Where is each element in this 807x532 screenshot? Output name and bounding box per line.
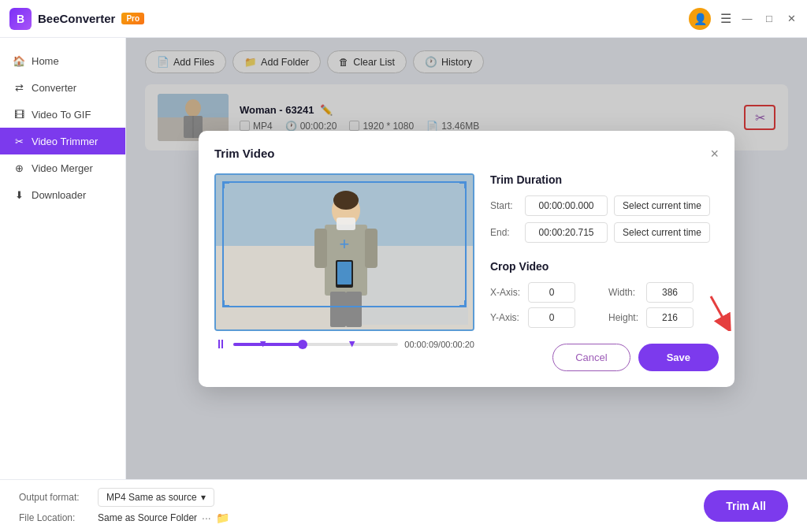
pro-badge: Pro [121, 13, 144, 24]
format-select[interactable]: MP4 Same as source ▾ [98, 488, 214, 507]
trimmer-icon: ✂ [13, 135, 25, 147]
modal-body: + ⏸ 00:00:09/00:00: [214, 173, 719, 371]
converter-icon: ⇄ [13, 81, 25, 94]
sidebar-label-trimmer: Video Trimmer [32, 136, 98, 147]
arrow-svg [705, 293, 733, 331]
trim-all-button[interactable]: Trim All [704, 490, 788, 522]
titlebar-left: B BeeConverter Pro [9, 8, 144, 30]
sidebar-item-converter[interactable]: ⇄ Converter [0, 74, 125, 101]
progress-bar[interactable] [233, 343, 398, 346]
progress-thumb [298, 340, 307, 349]
sidebar-label-home: Home [32, 55, 59, 67]
location-text: Same as Source Folder [98, 512, 197, 523]
video-preview-panel: + ⏸ 00:00:09/00:00: [214, 173, 474, 371]
modal-title: Trim Video [214, 147, 274, 160]
app-name: BeeConverter [38, 12, 115, 25]
save-button[interactable]: Save [638, 344, 719, 371]
sidebar: 🏠 Home ⇄ Converter 🎞 Video To GIF ✂ Vide… [0, 38, 126, 479]
sidebar-label-converter: Converter [32, 82, 76, 94]
end-label: End: [490, 227, 519, 238]
sidebar-item-downloader[interactable]: ⬇ Downloader [0, 181, 125, 208]
bottom-left: Output format: MP4 Same as source ▾ File… [19, 488, 229, 524]
svg-line-20 [711, 296, 727, 325]
start-select-time-button[interactable]: Select current time [614, 195, 710, 216]
crop-overlay: + [222, 181, 467, 307]
modal-buttons: Cancel Save [490, 344, 719, 371]
bottom-bar: Output format: MP4 Same as source ▾ File… [0, 479, 807, 532]
app-logo: B [9, 8, 32, 30]
sidebar-label-gif: Video To GIF [32, 109, 91, 121]
start-time-input[interactable] [525, 195, 608, 216]
sidebar-label-merger: Video Merger [32, 162, 93, 174]
chevron-down-icon: ▾ [201, 492, 206, 503]
video-controls: ⏸ 00:00:09/00:00:20 [214, 337, 474, 352]
crop-corner-bl [223, 300, 229, 307]
sidebar-item-video-to-gif[interactable]: 🎞 Video To GIF [0, 101, 125, 128]
modal-header: Trim Video × [214, 147, 719, 161]
crop-corner-tr [459, 182, 466, 188]
trim-duration-title: Trim Duration [490, 173, 719, 186]
start-time-row: Start: Select current time [490, 195, 719, 216]
modal-overlay: Trim Video × [126, 38, 807, 479]
downloader-icon: ⬇ [13, 188, 25, 201]
crop-section: Crop Video X-Axis: Width: Y-Axis: Heigh [490, 260, 719, 328]
y-axis-label: Y-Axis: [490, 312, 520, 323]
minimize-button[interactable]: — [741, 13, 753, 25]
file-location-label: File Location: [19, 512, 90, 523]
trim-modal: Trim Video × [199, 131, 734, 387]
trim-marker-right[interactable] [349, 341, 355, 348]
pause-button[interactable]: ⏸ [214, 337, 227, 352]
titlebar-right: 👤 ☰ — □ ✕ [689, 8, 798, 30]
end-time-row: End: Select current time [490, 222, 719, 243]
merger-icon: ⊕ [13, 162, 25, 174]
end-select-time-button[interactable]: Select current time [614, 222, 710, 243]
titlebar: B BeeConverter Pro 👤 ☰ — □ ✕ [0, 0, 807, 38]
sidebar-label-downloader: Downloader [32, 189, 86, 201]
sidebar-item-home[interactable]: 🏠 Home [0, 47, 125, 74]
output-format-row: Output format: MP4 Same as source ▾ [19, 488, 229, 507]
crop-fields-container: X-Axis: Width: Y-Axis: Height: [490, 282, 719, 328]
crop-corner-br [459, 300, 466, 307]
format-value: MP4 Same as source [106, 492, 197, 503]
sidebar-item-video-merger[interactable]: ⊕ Video Merger [0, 154, 125, 181]
progress-fill [233, 343, 303, 346]
x-axis-label: X-Axis: [490, 287, 520, 298]
width-input[interactable] [646, 282, 694, 303]
home-icon: 🏠 [13, 54, 25, 67]
main-layout: 🏠 Home ⇄ Converter 🎞 Video To GIF ✂ Vide… [0, 38, 807, 479]
video-frame: + [214, 173, 474, 331]
red-arrow-annotation [705, 293, 733, 334]
location-value: Same as Source Folder ··· 📁 [98, 512, 229, 524]
x-axis-input[interactable] [528, 282, 575, 303]
y-axis-input[interactable] [528, 307, 575, 328]
crop-video-title: Crop Video [490, 260, 719, 273]
maximize-button[interactable]: □ [763, 13, 775, 25]
more-options-button[interactable]: ··· [202, 512, 211, 524]
trim-panel: Trim Duration Start: Select current time… [490, 173, 719, 371]
modal-close-button[interactable]: × [710, 147, 719, 161]
end-time-input[interactable] [525, 222, 608, 243]
close-button[interactable]: ✕ [785, 13, 798, 25]
start-label: Start: [490, 200, 519, 211]
file-location-row: File Location: Same as Source Folder ···… [19, 512, 229, 524]
height-label: Height: [608, 312, 638, 323]
user-avatar[interactable]: 👤 [689, 8, 711, 30]
menu-icon[interactable]: ☰ [720, 11, 731, 26]
crosshair-icon: + [340, 234, 350, 255]
width-label: Width: [608, 287, 638, 298]
browse-folder-button[interactable]: 📁 [216, 512, 229, 524]
sidebar-item-video-trimmer[interactable]: ✂ Video Trimmer [0, 128, 125, 154]
height-input[interactable] [646, 307, 694, 328]
content-area: 📄 Add Files 📁 Add Folder 🗑 Clear List 🕐 … [126, 38, 807, 479]
crop-corner-tl [223, 182, 229, 188]
output-format-label: Output format: [19, 492, 90, 503]
gif-icon: 🎞 [13, 108, 25, 121]
time-display: 00:00:09/00:00:20 [404, 340, 474, 349]
cancel-button[interactable]: Cancel [552, 344, 630, 371]
crop-fields: X-Axis: Width: Y-Axis: Height: [490, 282, 719, 328]
